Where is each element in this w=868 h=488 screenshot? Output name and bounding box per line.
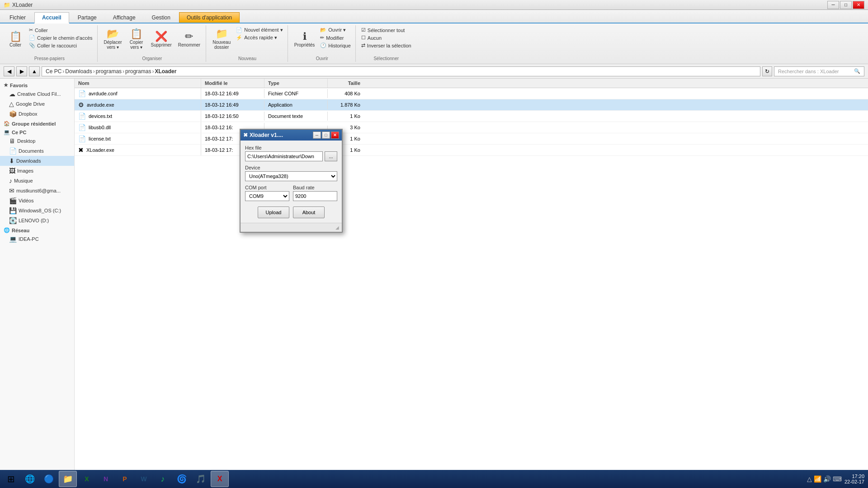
tab-affichage[interactable]: Affichage	[105, 12, 143, 23]
taskbar-app1[interactable]: 🌀	[173, 471, 191, 487]
upload-button[interactable]: Upload	[258, 206, 289, 218]
dropbox-label: Dropbox	[19, 111, 38, 117]
tab-partage[interactable]: Partage	[70, 12, 104, 23]
file-list-header: Nom Modifié le Type Taille	[75, 79, 868, 88]
sidebar-section-groupe[interactable]: 🏠 Groupe résidentiel	[0, 119, 74, 127]
table-row[interactable]: 📄 devices.txt 18-03-12 16:50 Document te…	[75, 111, 868, 122]
back-button[interactable]: ◀	[4, 66, 14, 76]
xloader-maximize-button[interactable]: □	[322, 131, 330, 139]
table-row[interactable]: 📄 avrdude.conf 18-03-12 16:49 Fichier CO…	[75, 88, 868, 99]
taskbar-ie[interactable]: 🌐	[21, 471, 39, 487]
file-icon: ⚙	[78, 101, 84, 108]
sidebar-item-lenovo[interactable]: 💽 LENOVO (D:)	[0, 216, 74, 225]
start-button[interactable]: ⊞	[2, 471, 20, 487]
properties-button[interactable]: ℹ Propriétés	[292, 26, 318, 52]
delete-button[interactable]: ❌ Supprimer	[148, 26, 175, 52]
sidebar-section-cepc[interactable]: 💻 Ce PC	[0, 127, 74, 136]
taskbar-app2[interactable]: 🎵	[192, 471, 210, 487]
select-all-button[interactable]: ☑ Sélectionner tout	[359, 26, 413, 34]
taskbar-spotify[interactable]: ♪	[154, 471, 172, 487]
maximize-button[interactable]: □	[840, 1, 852, 9]
move-button[interactable]: 📂 Déplacervers ▾	[101, 26, 125, 52]
sidebar-section-reseau[interactable]: 🌐 Réseau	[0, 225, 74, 234]
sidebar-item-dropbox[interactable]: 📦 Dropbox	[0, 109, 74, 119]
taskbar-powerpoint[interactable]: P	[116, 471, 134, 487]
file-list: Nom Modifié le Type Taille 📄 avrdude.con…	[75, 79, 868, 474]
sidebar-item-downloads[interactable]: ⬇ Downloads	[0, 156, 74, 166]
com-port-select[interactable]: COM9	[245, 191, 289, 201]
minimize-button[interactable]: ─	[827, 1, 839, 9]
sidebar-item-musique[interactable]: ♪ Musique	[0, 176, 74, 186]
col-header-type[interactable]: Type	[264, 79, 328, 88]
sidebar-item-idea-pc[interactable]: 💻 IDEA-PC	[0, 234, 74, 244]
about-button[interactable]: About	[293, 206, 325, 218]
col-header-size[interactable]: Taille	[328, 79, 364, 88]
cut-button[interactable]: ✂ Coller	[27, 26, 94, 34]
sidebar-item-windows-os[interactable]: 💾 Windows8_OS (C:)	[0, 206, 74, 216]
reseau-icon: 🌐	[4, 227, 10, 233]
copy-button[interactable]: 📋 Copiervers ▾	[126, 26, 147, 52]
new-item-button[interactable]: 📄 Nouvel élément ▾	[234, 26, 285, 34]
up-button[interactable]: ▲	[29, 66, 40, 76]
mail-icon: ✉	[9, 187, 14, 194]
taskbar-clock[interactable]: 17:20 22-02-17	[844, 474, 864, 484]
sidebar-item-videos[interactable]: 🎬 Vidéos	[0, 196, 74, 206]
address-bar: ◀ ▶ ▲ Ce PC › Downloads › programas › pr…	[0, 64, 868, 79]
table-row[interactable]: 📄 libusb0.dll 18-03-12 16: 3 Ko	[75, 122, 868, 133]
ribbon-tabs: Fichier Accueil Partage Affichage Gestio…	[0, 10, 868, 23]
xloader-status-bar: ◢	[241, 223, 342, 232]
taskbar-explorer[interactable]: 📁	[59, 471, 77, 487]
invert-selection-button[interactable]: ⇄ Inverser la sélection	[359, 42, 413, 49]
sidebar-item-desktop[interactable]: 🖥 Desktop	[0, 136, 74, 146]
table-row[interactable]: ✖ XLoader.exe 18-03-12 17: 1 Ko	[75, 145, 868, 156]
baud-rate-input[interactable]	[293, 191, 337, 201]
sidebar-section-favoris[interactable]: ★ Favoris	[0, 80, 74, 89]
edit-button[interactable]: ✏ Modifier	[318, 34, 353, 42]
hide-icons-button[interactable]: △	[807, 475, 812, 483]
sidebar-item-creative-cloud[interactable]: ☁ Creative Cloud Fil...	[0, 89, 74, 99]
forward-button[interactable]: ▶	[16, 66, 27, 76]
browse-button[interactable]: ...	[325, 151, 337, 161]
quick-access-button[interactable]: ⚡ Accès rapide ▾	[234, 34, 285, 42]
table-row[interactable]: ⚙ avrdude.exe 18-03-12 16:49 Application…	[75, 99, 868, 111]
resize-handle[interactable]: ◢	[335, 225, 339, 230]
title-bar-controls[interactable]: ─ □ ✕	[827, 1, 864, 9]
sidebar-item-documents[interactable]: 📄 Documents	[0, 146, 74, 156]
history-icon: 🕐	[320, 42, 326, 48]
copy-path-button[interactable]: 📄 Copier le chemin d'accès	[27, 34, 94, 42]
tab-fichier[interactable]: Fichier	[2, 12, 33, 23]
organize-label: Organiser	[142, 56, 162, 61]
col-header-name[interactable]: Nom	[75, 79, 201, 88]
hex-file-input[interactable]	[245, 151, 323, 161]
col-header-date[interactable]: Modifié le	[201, 79, 264, 88]
window-title: XLoader	[12, 2, 33, 8]
open-button[interactable]: 📂 Ouvrir ▾	[318, 26, 353, 34]
paste-shortcut-button[interactable]: 📎 Coller le raccourci	[27, 42, 94, 49]
paste-button[interactable]: 📋 Coller	[5, 26, 26, 52]
xloader-close-button[interactable]: ✕	[331, 131, 339, 139]
address-path[interactable]: Ce PC › Downloads › programas › programa…	[42, 66, 760, 76]
sidebar-item-google-drive[interactable]: △ Google Drive	[0, 99, 74, 109]
history-button[interactable]: 🕐 Historique	[318, 42, 353, 49]
search-box[interactable]: Rechercher dans : XLoader 🔍	[774, 66, 864, 76]
table-row[interactable]: 📄 license.txt 18-03-12 17: 1 Ko	[75, 133, 868, 145]
taskbar-xloader[interactable]: X	[211, 471, 229, 487]
sidebar-item-mail[interactable]: ✉ mustkunst6@gma...	[0, 186, 74, 196]
taskbar-chrome[interactable]: 🔵	[40, 471, 58, 487]
xloader-minimize-button[interactable]: ─	[313, 131, 321, 139]
taskbar-excel[interactable]: X	[78, 471, 96, 487]
tab-accueil[interactable]: Accueil	[34, 12, 69, 23]
com-port-section: COM port COM9	[245, 185, 289, 201]
select-none-button[interactable]: ☐ Aucun	[359, 34, 413, 42]
tab-gestion[interactable]: Gestion	[144, 12, 178, 23]
path-xloader: XLoader	[155, 68, 176, 75]
close-button[interactable]: ✕	[853, 1, 864, 9]
taskbar-word[interactable]: W	[135, 471, 153, 487]
device-select[interactable]: Uno(ATmega328)	[245, 171, 337, 181]
rename-button[interactable]: ✏ Renommer	[175, 26, 203, 52]
tab-outils[interactable]: Outils d'application	[179, 12, 240, 23]
taskbar-onenote[interactable]: N	[97, 471, 115, 487]
sidebar-item-images[interactable]: 🖼 Images	[0, 166, 74, 176]
refresh-button[interactable]: ↻	[762, 66, 772, 76]
new-folder-button[interactable]: 📁 Nouveaudossier	[210, 26, 233, 52]
